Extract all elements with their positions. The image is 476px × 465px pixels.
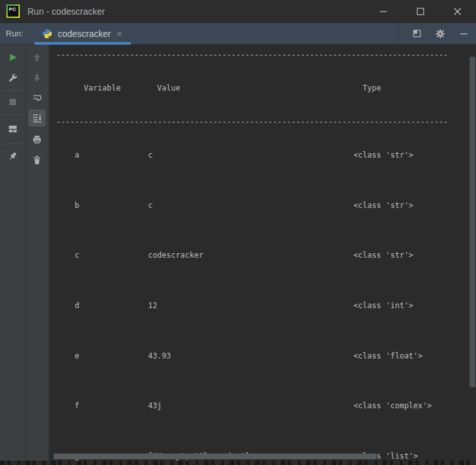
- window-close-button[interactable]: [439, 0, 476, 23]
- console-cell-variable: e: [75, 348, 148, 364]
- window-controls: [365, 0, 476, 23]
- printer-icon: [32, 135, 42, 145]
- window-maximize-button[interactable]: [402, 0, 439, 23]
- modify-run-configuration-button[interactable]: [4, 70, 21, 86]
- window-title: Run - codescracker: [27, 6, 105, 17]
- console-row: e43.93<class 'float'>: [56, 330, 476, 381]
- column-header-value: Value: [157, 80, 362, 96]
- pin-tab-button[interactable]: [4, 148, 21, 165]
- hide-panel-icon: [459, 29, 468, 38]
- console-cell-value: 12: [148, 297, 353, 314]
- horizontal-scrollbar-thumb[interactable]: [54, 454, 376, 459]
- minimize-icon: [379, 7, 388, 16]
- soft-wrap-icon: [32, 93, 42, 103]
- active-tab-underline: [34, 42, 130, 45]
- settings-gear-icon: [435, 29, 445, 39]
- settings-button[interactable]: [431, 26, 450, 42]
- console-cell-type: <class 'int'>: [353, 301, 413, 310]
- console-cell-variable: f: [75, 397, 148, 414]
- run-panel-label: Run:: [6, 29, 23, 38]
- print-button[interactable]: [29, 131, 45, 148]
- restore-layout-icon: [8, 124, 18, 134]
- clipped-bottom-line: [0, 461, 476, 465]
- console-cell-variable: c: [75, 247, 148, 263]
- float-window-icon: [412, 29, 422, 38]
- console-row: ccodescracker<class 'str'>: [56, 230, 476, 281]
- scroll-to-end-icon: [32, 113, 42, 123]
- console-divider: ----------------------------------------…: [56, 114, 476, 130]
- console-row: f43j<class 'complex'>: [56, 381, 476, 431]
- toolbar-separator: [3, 114, 23, 115]
- down-arrow-icon: [32, 73, 42, 83]
- trash-icon: [32, 155, 42, 165]
- console-cell-type: <class 'str'>: [353, 201, 413, 210]
- close-icon: [453, 7, 462, 16]
- down-stack-trace-button[interactable]: [29, 70, 45, 86]
- pycharm-logo-icon[interactable]: PC: [6, 4, 20, 18]
- scroll-to-end-button[interactable]: [29, 110, 45, 126]
- console-row: d12<class 'int'>: [56, 281, 476, 331]
- console-row: bc<class 'str'>: [56, 181, 476, 231]
- console-cell-variable: a: [75, 147, 148, 163]
- pin-icon: [8, 151, 18, 161]
- tab-codescracker[interactable]: codescracker: [34, 23, 130, 45]
- soft-wrap-button[interactable]: [29, 90, 45, 107]
- console-cell-type: <class 'complex'>: [353, 401, 432, 410]
- window-minimize-button[interactable]: [365, 0, 402, 23]
- tab-label: codescracker: [57, 29, 110, 39]
- toolbar-secondary: [26, 45, 48, 465]
- python-logo-icon: [42, 29, 52, 39]
- console-cell-value: codescracker: [148, 247, 353, 263]
- console-cell-type: <class 'float'>: [353, 351, 422, 360]
- console-cell-variable: b: [75, 197, 148, 214]
- console-cell-value: c: [148, 197, 353, 214]
- hide-panel-button[interactable]: [454, 26, 473, 42]
- column-header-variable: Variable: [84, 80, 157, 96]
- tab-close-icon[interactable]: [116, 31, 123, 37]
- console-cell-value: 43.93: [148, 348, 353, 364]
- restore-layout-button[interactable]: [4, 121, 21, 137]
- run-tool-window: ----------------------------------------…: [0, 45, 476, 465]
- pycharm-badge-text: PC: [9, 6, 16, 12]
- console-row: g['Henry', 'Alexander']<class 'list'>: [56, 431, 476, 465]
- up-arrow-icon: [32, 52, 42, 63]
- console-rows: ac<class 'str'> bc<class 'str'> ccodescr…: [56, 130, 476, 465]
- console-cell-value: c: [148, 147, 353, 163]
- rerun-button[interactable]: [4, 49, 21, 66]
- wrench-icon: [8, 73, 18, 83]
- run-icon: [8, 52, 18, 63]
- run-tool-window-header: Run: codescracker: [0, 23, 476, 45]
- toolbar-separator: [3, 144, 23, 144]
- console-cell-type: <class 'str'>: [353, 151, 413, 159]
- console-divider: ----------------------------------------…: [56, 47, 476, 63]
- console-row: ac<class 'str'>: [56, 130, 476, 181]
- run-console-output[interactable]: ----------------------------------------…: [49, 45, 476, 465]
- clear-all-button[interactable]: [29, 152, 45, 168]
- console-cell-value: 43j: [148, 397, 353, 414]
- maximize-icon: [416, 7, 425, 16]
- console-cell-variable: d: [75, 297, 148, 314]
- toolbar-primary: [0, 45, 26, 465]
- window-titlebar: PC Run - codescracker: [0, 0, 476, 23]
- float-window-button[interactable]: [407, 26, 426, 42]
- run-toolbar: [0, 45, 49, 465]
- vertical-scrollbar-thumb[interactable]: [470, 57, 475, 387]
- up-stack-trace-button[interactable]: [29, 49, 45, 66]
- toolbar-separator: [3, 90, 23, 91]
- stop-icon: [8, 97, 18, 107]
- console-header-row: VariableValueType: [56, 63, 476, 114]
- column-header-type: Type: [362, 84, 381, 92]
- runbar-actions: [398, 23, 476, 45]
- stop-button[interactable]: [4, 94, 21, 110]
- console-cell-type: <class 'str'>: [353, 251, 413, 260]
